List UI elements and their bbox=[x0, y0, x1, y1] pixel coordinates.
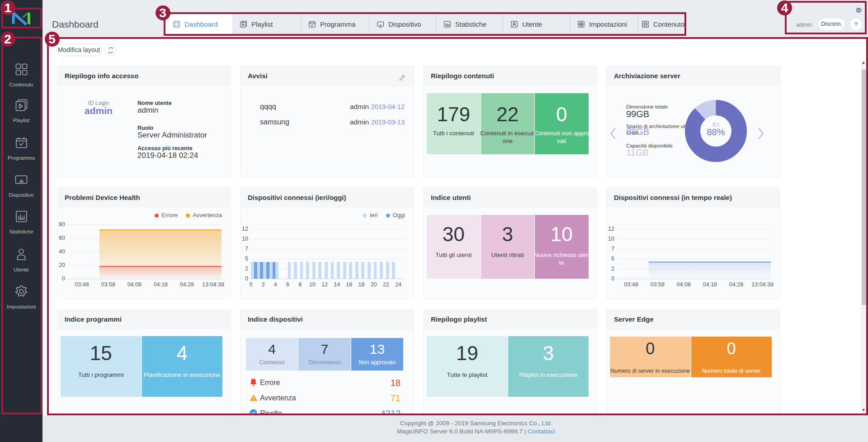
bar bbox=[273, 262, 276, 279]
storage-donut-chart: C:\88% bbox=[685, 100, 747, 162]
sidebar-item-impostazioni[interactable]: Impostazioni bbox=[0, 285, 42, 310]
bar bbox=[355, 262, 359, 279]
scroll-down-button[interactable] bbox=[861, 407, 867, 413]
sidebar-item-statistiche[interactable]: Statistiche bbox=[0, 210, 42, 235]
card-title: Dispositivi connessi (in tempo reale) bbox=[614, 188, 732, 208]
stat-tile[interactable]: 10Nuova richiesta utente bbox=[535, 215, 589, 279]
line-series-svg bbox=[607, 208, 780, 299]
stat-value: 179 bbox=[427, 104, 481, 125]
alert-row[interactable]: samsung admin 2019-03-13 bbox=[260, 118, 405, 128]
scroll-down-arrow-icon bbox=[862, 409, 865, 411]
tab-label: Utente bbox=[522, 20, 542, 28]
stat-label: Utenti ritirati bbox=[480, 251, 536, 259]
card-title: Dispositivi connessi (ieri/oggi) bbox=[248, 188, 346, 208]
vertical-scrollbar[interactable] bbox=[861, 59, 867, 413]
language-globe-icon[interactable] bbox=[856, 7, 862, 13]
warning-triangle-icon bbox=[250, 394, 258, 401]
bar bbox=[269, 262, 273, 279]
edit-layout-button[interactable]: Modifica layout bbox=[56, 44, 102, 56]
stat-tile[interactable]: 0Numero totale di server bbox=[691, 337, 772, 377]
stat-label: Disconnesso bbox=[302, 358, 347, 367]
stat-tile[interactable]: 179Tutti i contenuti bbox=[427, 93, 481, 154]
sidebar-item-contenuto[interactable]: Contenuto bbox=[0, 63, 42, 88]
scrollbar-thumb[interactable] bbox=[862, 70, 866, 305]
bar bbox=[318, 262, 321, 279]
card-indice-utenti: Indice utenti 30Tutti gli utenti 3Utenti… bbox=[423, 187, 597, 299]
id-login-value: admin bbox=[80, 105, 117, 116]
card-header: Riepilogo playlist bbox=[424, 309, 597, 329]
stat-tile[interactable]: 15Tutti i programmi bbox=[61, 336, 142, 397]
tile-group: 15Tutti i programmi 4Pianificazione in e… bbox=[61, 336, 222, 397]
dashboard-icon bbox=[173, 21, 180, 28]
card-title: Archiviazione server bbox=[614, 66, 680, 86]
stat-value: 4 bbox=[246, 342, 298, 356]
tab-statistiche[interactable]: Statistiche bbox=[436, 14, 503, 34]
stat-tile[interactable]: 19Tutte le playlist bbox=[427, 336, 508, 397]
card-connessi-tempo-reale: Dispositivi connessi (in tempo reale) 02… bbox=[606, 187, 780, 299]
playlist-icon bbox=[240, 21, 247, 28]
stat-tile[interactable]: 30Tutti gli utenti bbox=[427, 215, 481, 279]
scroll-up-button[interactable] bbox=[861, 59, 867, 66]
alert-date[interactable]: 2019-03-13 bbox=[371, 119, 405, 126]
status-row-errore: Errore 18 bbox=[250, 378, 401, 388]
magicinfo-logo-icon[interactable] bbox=[11, 10, 31, 26]
card-title: Indice utenti bbox=[431, 188, 471, 208]
line-series-svg bbox=[57, 208, 231, 299]
card-header: Avvisi bbox=[241, 66, 414, 86]
sidebar-item-dispositivo[interactable]: Dispositivo bbox=[0, 173, 42, 198]
contact-link[interactable]: Contattaci bbox=[528, 428, 555, 435]
bar bbox=[374, 262, 377, 279]
prev-arrow-icon[interactable] bbox=[610, 128, 616, 139]
status-label: Avvertenza bbox=[260, 394, 296, 402]
tab-playlist[interactable]: Playlist bbox=[232, 14, 301, 34]
sidebar-item-utente[interactable]: Utente bbox=[0, 248, 42, 273]
tab-dashboard[interactable]: Dashboard bbox=[165, 14, 232, 34]
alert-date[interactable]: 2019-04-12 bbox=[371, 103, 405, 110]
stat-tile[interactable]: 7Disconnesso bbox=[298, 338, 350, 371]
sidebar-item-label: Contenuto bbox=[0, 81, 42, 88]
tile-group: 19Tutte le playlist 3Playlist in esecuzi… bbox=[427, 336, 589, 397]
statistics-icon bbox=[444, 21, 451, 28]
tab-utente[interactable]: Utente bbox=[503, 14, 570, 34]
content-grid-icon bbox=[642, 21, 649, 28]
connected-devices-bar-chart: 02571012024681012141618202224IeriOggi bbox=[241, 208, 414, 299]
refresh-button[interactable] bbox=[104, 44, 117, 56]
stat-label: Tutti gli utenti bbox=[425, 251, 482, 259]
stat-tile[interactable]: 3Playlist in esecuzione bbox=[508, 336, 589, 397]
field-value: Server Administrator bbox=[137, 131, 207, 140]
stat-tile[interactable]: 13Non approvato bbox=[351, 338, 403, 371]
disconnect-button[interactable]: Disconn. bbox=[818, 18, 845, 30]
schedule-calendar-icon bbox=[15, 137, 28, 149]
help-button[interactable]: ? bbox=[850, 18, 862, 30]
stat-label: Numero totale di server bbox=[687, 366, 777, 376]
stat-tile[interactable]: 4Connesso bbox=[246, 338, 298, 371]
card-title: Riepilogo playlist bbox=[431, 309, 487, 329]
tab-contenuto[interactable]: Contenuto bbox=[638, 14, 684, 34]
bar bbox=[263, 262, 266, 279]
stat-tile[interactable]: 3Utenti ritirati bbox=[481, 215, 535, 279]
stat-tile[interactable]: 0Numero di server in esecuzione bbox=[610, 337, 691, 377]
status-label: Risolto bbox=[260, 409, 282, 413]
field-label: Nome utente bbox=[137, 100, 172, 106]
card-header: Server Edge bbox=[607, 309, 780, 329]
sidebar-item-playlist[interactable]: Playlist bbox=[0, 99, 42, 124]
stat-tile[interactable]: 22Contenuti in esecuzione bbox=[481, 93, 535, 154]
device-display-icon bbox=[377, 21, 384, 28]
card-header: Riepilogo contenuti bbox=[424, 66, 597, 86]
stat-tile[interactable]: 4Pianificazione in esecuzione bbox=[142, 336, 223, 397]
stat-value: 4 bbox=[142, 343, 223, 364]
tab-impostazioni[interactable]: Impostazioni bbox=[570, 14, 638, 34]
stat-value: 0 bbox=[610, 340, 691, 357]
tab-dispositivo[interactable]: Dispositivo bbox=[369, 14, 436, 34]
edit-pencil-icon[interactable] bbox=[399, 74, 406, 81]
next-arrow-icon[interactable] bbox=[758, 128, 764, 139]
stat-label: Tutti i contenuti bbox=[425, 129, 482, 137]
alert-row[interactable]: qqqq admin 2019-04-12 bbox=[260, 103, 405, 113]
stat-tile[interactable]: 0Contenuti non approvati bbox=[535, 93, 589, 154]
tab-programma[interactable]: Programma bbox=[301, 14, 369, 34]
sidebar-item-programma[interactable]: Programma bbox=[0, 137, 42, 161]
sidebar-item-label: Programma bbox=[0, 155, 42, 161]
stat-value: 22 bbox=[481, 104, 535, 125]
card-riepilogo-playlist: Riepilogo playlist 19Tutte le playlist 3… bbox=[423, 309, 597, 413]
bar bbox=[361, 262, 364, 279]
